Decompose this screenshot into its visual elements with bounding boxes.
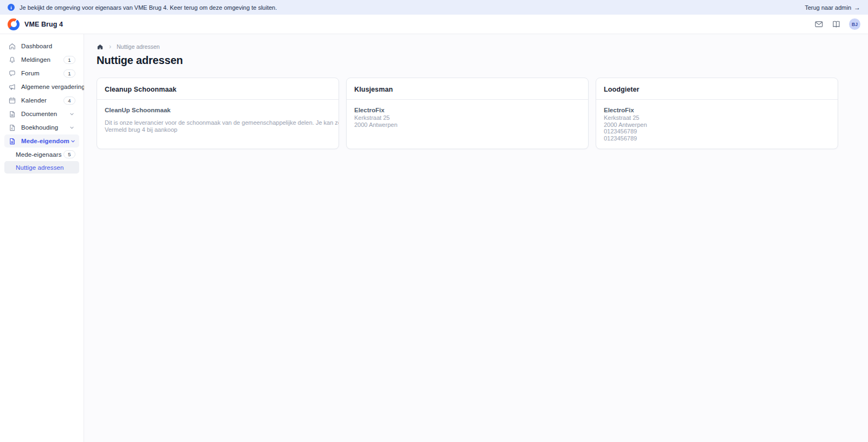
- card-header: Cleanup Schoonmaak: [97, 78, 339, 100]
- count-badge: 4: [63, 97, 75, 105]
- card-title: Klusjesman: [354, 86, 393, 93]
- arrow-right-icon: →: [854, 4, 860, 11]
- card-header: Loodgieter: [596, 78, 838, 100]
- card-cleanup-schoonmaak: Cleanup Schoonmaak CleanUp Schoonmaak Di…: [97, 78, 339, 149]
- address-line: Kerkstraat 25: [604, 114, 838, 121]
- sidebar: Dashboard Meldingen 1 Forum 1: [0, 34, 84, 442]
- document-lines-icon: [8, 137, 16, 145]
- card-klusjesman: Klusjesman ElectroFix Kerkstraat 25 2000…: [346, 78, 589, 149]
- back-to-admin-link[interactable]: Terug naar admin →: [805, 4, 860, 11]
- sidebar-item-kalender[interactable]: Kalender 4: [4, 94, 79, 107]
- breadcrumb-home-icon[interactable]: [97, 43, 104, 50]
- chevron-down-icon: [68, 111, 75, 118]
- sidebar-item-label: Mede-eigenaars: [16, 151, 63, 158]
- back-to-admin-label: Terug naar admin: [805, 4, 851, 11]
- sidebar-item-label: Forum: [21, 70, 63, 76]
- chat-bubble-icon: [8, 69, 16, 78]
- app-name: VME Brug 4: [24, 21, 63, 28]
- document-icon: [8, 110, 16, 118]
- chevron-down-icon: [68, 124, 75, 131]
- address-line: 2000 Antwerpen: [604, 121, 838, 129]
- address-line: Kerkstraat 25: [354, 114, 588, 121]
- card-body: CleanUp Schoonmaak Dit is onze leveranci…: [97, 100, 339, 140]
- sidebar-item-meldingen[interactable]: Meldingen 1: [4, 53, 79, 66]
- supplier-name: CleanUp Schoonmaak: [105, 107, 339, 113]
- supplier-name: ElectroFix: [354, 107, 588, 113]
- sidebar-item-algemene-vergadering[interactable]: Algemene vergadering 2: [4, 80, 79, 93]
- sidebar-subitem-mede-eigenaars[interactable]: Mede-eigenaars 5: [4, 148, 79, 161]
- sidebar-item-label: Kalender: [21, 97, 63, 104]
- calendar-icon: [8, 97, 16, 105]
- card-loodgieter: Loodgieter ElectroFix Kerkstraat 25 2000…: [596, 78, 838, 149]
- app-header: VME Brug 4 BJ: [0, 15, 868, 34]
- sidebar-item-label: Dashboard: [21, 43, 75, 49]
- phone-line: 0123456789: [604, 135, 838, 142]
- home-icon: [8, 42, 16, 50]
- avatar[interactable]: BJ: [849, 18, 860, 30]
- sidebar-item-label: Mede-eigendom: [21, 138, 69, 144]
- app-logo-icon: [8, 18, 20, 30]
- sidebar-item-dashboard[interactable]: Dashboard: [4, 40, 79, 53]
- sidebar-item-label: Nuttige adressen: [16, 164, 75, 171]
- count-badge: 5: [63, 150, 75, 158]
- address-line: 2000 Antwerpen: [354, 121, 588, 129]
- environment-banner: i Je bekijkt de omgeving voor eigenaars …: [0, 0, 868, 15]
- sidebar-item-documenten[interactable]: Documenten: [4, 107, 79, 120]
- card-body: ElectroFix Kerkstraat 25 2000 Antwerpen …: [596, 100, 838, 149]
- sidebar-item-label: Boekhouding: [21, 124, 68, 131]
- breadcrumb: › Nuttige adressen: [97, 43, 838, 50]
- card-title: Loodgieter: [604, 86, 640, 93]
- chevron-down-icon: [69, 138, 76, 145]
- supplier-description: Dit is onze leverancier voor de schoonma…: [105, 119, 339, 133]
- sidebar-subitem-nuttige-adressen[interactable]: Nuttige adressen: [4, 161, 79, 174]
- info-icon: i: [8, 4, 15, 11]
- sidebar-item-label: Documenten: [21, 111, 68, 117]
- count-badge: 1: [63, 56, 75, 64]
- mail-icon[interactable]: [814, 20, 824, 29]
- banner-text: Je bekijkt de omgeving voor eigenaars va…: [20, 4, 277, 11]
- count-badge: 1: [63, 69, 75, 78]
- sidebar-item-boekhouding[interactable]: € Boekhouding: [4, 121, 79, 134]
- sidebar-item-forum[interactable]: Forum 1: [4, 67, 79, 80]
- sidebar-item-mede-eigendom[interactable]: Mede-eigendom: [4, 134, 79, 148]
- megaphone-icon: [8, 83, 16, 91]
- sidebar-item-label: Algemene vergadering: [21, 84, 85, 90]
- card-body: ElectroFix Kerkstraat 25 2000 Antwerpen: [347, 100, 588, 135]
- address-cards: Cleanup Schoonmaak CleanUp Schoonmaak Di…: [97, 78, 838, 149]
- svg-text:€: €: [11, 126, 14, 130]
- brand[interactable]: VME Brug 4: [8, 18, 63, 30]
- chevron-right-icon: ›: [109, 43, 111, 50]
- bell-icon: [8, 56, 16, 64]
- main-content: › Nuttige adressen Nuttige adressen Clea…: [84, 34, 868, 442]
- card-header: Klusjesman: [347, 78, 588, 100]
- phone-line: 0123456789: [604, 128, 838, 135]
- sidebar-item-label: Meldingen: [21, 56, 63, 63]
- page-title: Nuttige adressen: [97, 54, 838, 67]
- book-icon[interactable]: [832, 20, 841, 29]
- card-title: Cleanup Schoonmaak: [105, 86, 176, 93]
- supplier-name: ElectroFix: [604, 107, 838, 113]
- document-euro-icon: €: [8, 124, 16, 132]
- breadcrumb-current: Nuttige adressen: [117, 43, 159, 50]
